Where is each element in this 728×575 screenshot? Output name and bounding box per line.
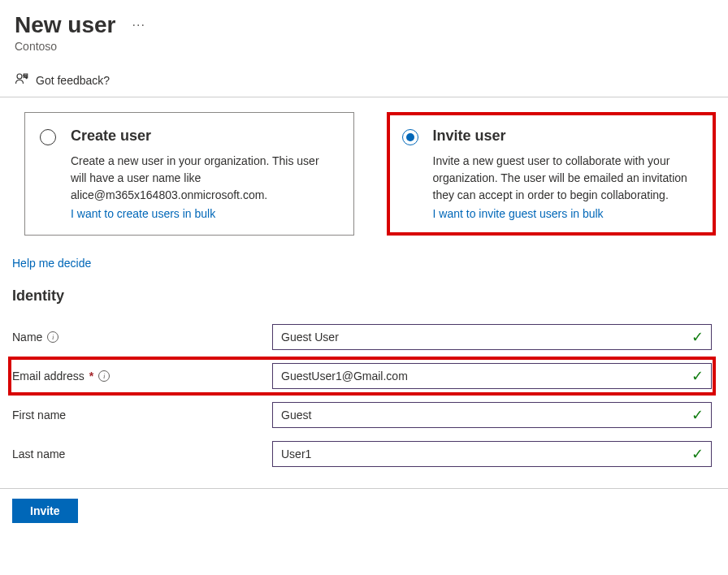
option-create-desc: Create a new user in your organization. … bbox=[71, 153, 337, 204]
row-name: Name i ✓ bbox=[8, 318, 716, 357]
create-bulk-link[interactable]: I want to create users in bulk bbox=[71, 207, 215, 220]
info-icon[interactable]: i bbox=[47, 331, 58, 343]
check-icon: ✓ bbox=[691, 367, 704, 385]
label-email: Email address bbox=[12, 370, 84, 383]
invite-button[interactable]: Invite bbox=[12, 499, 78, 523]
row-first-name: First name ✓ bbox=[8, 396, 716, 434]
name-input[interactable] bbox=[272, 324, 712, 350]
page-title: New user bbox=[15, 12, 116, 38]
radio-create-user[interactable] bbox=[40, 129, 56, 145]
radio-invite-user[interactable] bbox=[402, 129, 418, 145]
feedback-text: Got feedback? bbox=[36, 74, 110, 87]
required-star: * bbox=[89, 370, 93, 383]
label-last-name: Last name bbox=[12, 447, 65, 460]
label-name: Name bbox=[12, 331, 42, 344]
option-invite-user[interactable]: Invite user Invite a new guest user to c… bbox=[387, 112, 717, 236]
check-icon: ✓ bbox=[691, 406, 704, 424]
option-create-title: Create user bbox=[71, 128, 337, 145]
email-input[interactable] bbox=[272, 363, 712, 389]
info-icon[interactable]: i bbox=[98, 370, 110, 382]
option-invite-desc: Invite a new guest user to collaborate w… bbox=[433, 153, 700, 204]
feedback-icon bbox=[15, 71, 29, 89]
org-subtitle: Contoso bbox=[15, 40, 716, 53]
option-create-user[interactable]: Create user Create a new user in your or… bbox=[24, 112, 354, 236]
feedback-row[interactable]: Got feedback? bbox=[0, 57, 728, 97]
label-first-name: First name bbox=[12, 409, 66, 422]
row-last-name: Last name ✓ bbox=[8, 434, 716, 473]
row-email: Email address * i ✓ bbox=[8, 357, 716, 396]
check-icon: ✓ bbox=[691, 328, 704, 346]
identity-section-title: Identity bbox=[0, 270, 728, 311]
more-icon[interactable]: ··· bbox=[132, 18, 145, 32]
help-me-decide-link[interactable]: Help me decide bbox=[0, 245, 91, 270]
last-name-input[interactable] bbox=[272, 441, 712, 467]
option-invite-title: Invite user bbox=[433, 128, 700, 145]
svg-point-0 bbox=[17, 74, 22, 79]
invite-bulk-link[interactable]: I want to invite guest users in bulk bbox=[433, 207, 604, 220]
check-icon: ✓ bbox=[691, 445, 704, 463]
first-name-input[interactable] bbox=[272, 402, 712, 428]
